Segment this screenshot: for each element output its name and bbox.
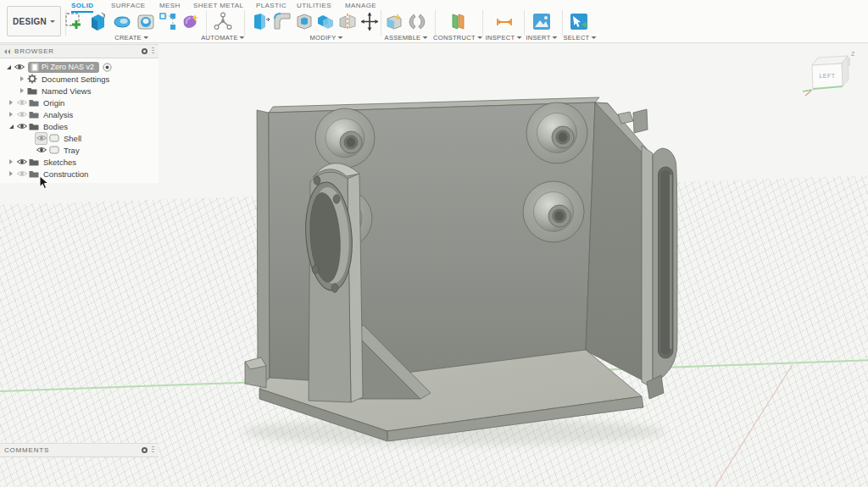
tree-row-origin[interactable]: Origin	[0, 97, 159, 108]
view-cube[interactable]: LEFT Z	[800, 47, 860, 103]
expand-caret-icon[interactable]	[4, 65, 13, 69]
folder-icon	[28, 99, 40, 107]
pattern-icon[interactable]	[158, 11, 178, 32]
screw-hole-1	[314, 176, 320, 185]
viewport-3d[interactable]: LEFT Z BROWSER	[0, 42, 868, 487]
new-component-icon[interactable]	[384, 11, 404, 32]
construct-plane-icon[interactable]	[448, 11, 468, 32]
tree-item-label: Shell	[64, 134, 81, 143]
visibility-eye-icon[interactable]	[15, 123, 28, 130]
browser-header[interactable]: BROWSER	[0, 44, 159, 58]
folder-icon	[28, 170, 40, 178]
tree-row-document-settings[interactable]: Document Settings	[0, 73, 159, 85]
tree-item-label: Construction	[43, 169, 88, 179]
tree-row-root[interactable]: Pi Zero NAS v2	[0, 61, 159, 73]
group-insert-label: INSERT	[526, 34, 550, 42]
expand-caret-icon[interactable]	[18, 76, 26, 81]
tree-row-construction[interactable]: Construction	[0, 168, 159, 180]
screw-hole-3	[312, 265, 319, 274]
visibility-eye-off-icon[interactable]	[15, 111, 28, 118]
create-sketch-icon[interactable]	[64, 11, 85, 32]
tab-utilities[interactable]: UTILITIES	[297, 2, 331, 11]
expand-caret-icon[interactable]	[7, 112, 15, 117]
folder-icon	[28, 123, 40, 130]
press-pull-icon[interactable]	[250, 11, 270, 32]
comments-title: COMMENTS	[4, 446, 137, 454]
expand-caret-icon[interactable]	[7, 159, 15, 164]
tree-row-analysis[interactable]: Analysis	[0, 108, 159, 120]
body-icon	[48, 134, 60, 142]
revolve-icon[interactable]	[112, 11, 132, 32]
folder-icon	[28, 158, 40, 166]
design-label: DESIGN	[13, 17, 47, 26]
design-workspace-button[interactable]: DESIGN	[7, 6, 61, 36]
port-opening	[661, 170, 671, 355]
group-select[interactable]: SELECT	[564, 34, 597, 42]
fusion360-window: LEFT Z BROWSER	[0, 0, 868, 487]
insert-image-icon[interactable]	[531, 11, 552, 32]
port-panel-tab[interactable]	[633, 109, 648, 133]
measure-icon[interactable]	[494, 11, 515, 32]
joint-icon[interactable]	[407, 11, 427, 32]
tab-mesh[interactable]: MESH	[159, 2, 181, 11]
standoff-top-left[interactable]	[315, 108, 375, 168]
comments-header[interactable]: COMMENTS	[0, 443, 159, 457]
standoff-top-right[interactable]	[526, 102, 587, 163]
hole-icon[interactable]	[136, 11, 156, 32]
visibility-eye-off-icon[interactable]	[15, 99, 28, 106]
tab-manage[interactable]: MANAGE	[345, 2, 376, 11]
root-label: Pi Zero NAS v2	[42, 63, 94, 71]
expand-caret-icon[interactable]	[18, 88, 26, 93]
standoff-bottom-right[interactable]	[523, 181, 584, 242]
tree-row-named-views[interactable]: Named Views	[0, 85, 159, 97]
group-insert[interactable]: INSERT	[526, 34, 557, 42]
main-toolbar: DESIGN SOLID SURFACE MESH SHEET METAL PL…	[0, 0, 868, 43]
panel-grip-icon[interactable]	[152, 47, 154, 55]
group-automate-label: AUTOMATE	[201, 34, 237, 42]
split-body-icon[interactable]	[337, 11, 358, 32]
group-modify[interactable]: MODIFY	[310, 34, 343, 42]
activate-component-icon[interactable]	[103, 63, 112, 72]
shell-tool-icon[interactable]	[294, 11, 314, 32]
tree-row-sketches[interactable]: Sketches	[0, 156, 159, 168]
select-icon[interactable]	[569, 11, 589, 32]
tree-item-label: Tray	[64, 146, 80, 155]
automate-icon[interactable]	[213, 11, 233, 32]
move-icon[interactable]	[359, 11, 380, 32]
visibility-eye-icon[interactable]	[13, 64, 25, 70]
visibility-eye-hover-icon[interactable]	[34, 132, 48, 145]
collapse-panel-icon[interactable]	[4, 49, 10, 54]
group-construct[interactable]: CONSTRUCT	[433, 34, 482, 42]
group-create[interactable]: CREATE	[114, 34, 148, 42]
viewcube-face-label[interactable]: LEFT	[819, 73, 835, 79]
expand-caret-icon[interactable]	[7, 100, 15, 105]
group-assemble[interactable]: ASSEMBLE	[385, 34, 428, 42]
expand-caret-icon[interactable]	[7, 125, 15, 129]
left-wall-edge[interactable]	[257, 110, 270, 382]
visibility-eye-icon[interactable]	[15, 158, 28, 165]
group-inspect[interactable]: INSPECT	[486, 34, 522, 42]
expand-caret-icon[interactable]	[7, 171, 15, 176]
right-wall-outer-edge[interactable]	[642, 146, 653, 388]
tree-row-bodies[interactable]: Bodies	[0, 120, 159, 132]
panel-options-icon[interactable]	[142, 447, 147, 453]
visibility-eye-icon[interactable]	[34, 147, 48, 153]
tree-row-shell[interactable]: Shell	[0, 132, 159, 144]
tab-plastic[interactable]: PLASTIC	[256, 2, 287, 11]
combine-icon[interactable]	[315, 11, 336, 32]
tab-surface[interactable]: SURFACE	[111, 2, 146, 11]
extrude-icon[interactable]	[88, 11, 108, 32]
form-icon[interactable]	[180, 11, 200, 32]
tab-sheet-metal[interactable]: SHEET METAL	[193, 2, 243, 11]
group-automate[interactable]: AUTOMATE	[201, 34, 244, 42]
visibility-eye-off-icon[interactable]	[15, 170, 28, 177]
comments-panel: COMMENTS	[0, 443, 159, 457]
tree-item-label: Origin	[43, 98, 64, 108]
toolbar-separator	[244, 10, 245, 36]
selected-root-chip[interactable]: Pi Zero NAS v2	[28, 62, 99, 73]
tree-row-tray[interactable]: Tray	[0, 144, 159, 156]
folder-icon	[26, 87, 38, 95]
fillet-icon[interactable]	[272, 11, 292, 32]
panel-options-icon[interactable]	[142, 48, 147, 54]
panel-grip-icon[interactable]	[152, 446, 154, 454]
